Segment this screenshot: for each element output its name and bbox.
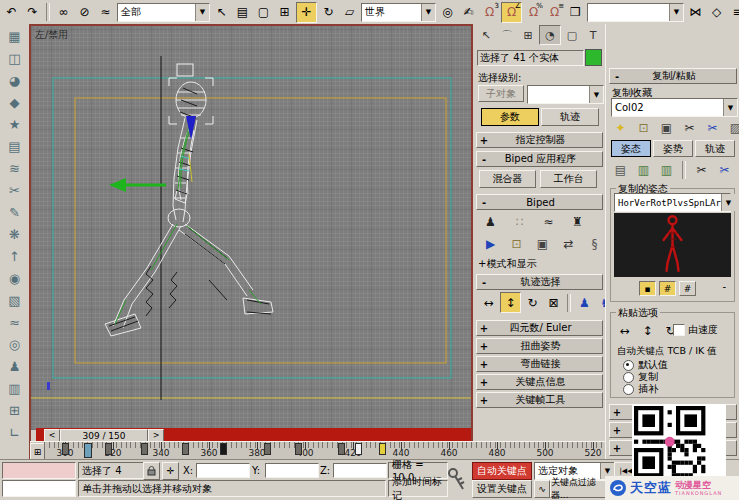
named-selection-sets-icon[interactable]: ❒: [566, 3, 585, 22]
select-move-icon[interactable]: ✛: [296, 2, 317, 23]
align-icon[interactable]: ◇: [707, 3, 726, 22]
key-filters-button[interactable]: 关键点过滤器...: [550, 480, 612, 498]
maxscript-listener-pink[interactable]: [2, 462, 76, 479]
mirror-icon[interactable]: ⋈: [686, 3, 705, 22]
keyframe-marker[interactable]: [379, 443, 386, 455]
set-key-button[interactable]: 设置关键点: [472, 480, 532, 498]
lock-box-icon[interactable]: ⊞: [4, 400, 26, 421]
box-icon[interactable]: ▤: [4, 136, 26, 157]
chevron-down-icon[interactable]: ▼: [195, 4, 209, 21]
keyframe-marker[interactable]: [338, 443, 345, 455]
copy-paste-rollout[interactable]: - 复制/粘贴: [609, 68, 737, 84]
motion-tab[interactable]: ◔: [539, 25, 561, 45]
undo-icon[interactable]: ↶: [2, 3, 21, 22]
preview-collapse[interactable]: -: [722, 281, 726, 292]
add-time-tag[interactable]: 添加时间标记: [388, 480, 448, 497]
modify-tab[interactable]: ⌒: [497, 26, 517, 44]
parameters-tab[interactable]: 参数: [481, 108, 539, 126]
keyframe-marker[interactable]: [264, 443, 271, 455]
rollout-弯曲链接[interactable]: +弯曲链接: [476, 356, 603, 372]
book-icon[interactable]: ▥: [4, 378, 26, 399]
x-coordinate-field[interactable]: [196, 463, 250, 478]
utilities-tab[interactable]: T: [583, 26, 603, 44]
biped-playback-icon[interactable]: ▶: [481, 234, 500, 253]
create-tab[interactable]: ↖: [476, 26, 496, 44]
radio-option-插补[interactable]: 插补: [623, 383, 732, 395]
bind-spacewarp-icon[interactable]: ≈: [96, 3, 115, 22]
selection-filter-dropdown[interactable]: 全部▼: [117, 3, 210, 22]
motion-flow-mode-icon[interactable]: ≈: [539, 212, 558, 231]
biped-figure-icon[interactable]: ♟: [4, 356, 26, 377]
rollout-扭曲姿势[interactable]: +扭曲姿势: [476, 338, 603, 354]
redo-icon[interactable]: ↷: [23, 3, 42, 22]
display-tab[interactable]: ▢: [562, 26, 582, 44]
ball-icon[interactable]: ◕: [4, 70, 26, 91]
preview-show-bones-button[interactable]: #: [659, 281, 676, 296]
select-object-icon[interactable]: ↖: [212, 3, 231, 22]
blocks-icon[interactable]: ▦: [4, 26, 26, 47]
chevron-down-icon[interactable]: ▼: [589, 86, 603, 103]
paste-horizontal-icon[interactable]: ↔: [615, 321, 634, 340]
snap-toggle-3d-icon[interactable]: Ω3: [480, 3, 499, 22]
radio-button[interactable]: [623, 360, 634, 371]
z-coordinate-field[interactable]: [333, 463, 387, 478]
biped-apps-rollout[interactable]: - Biped 应用程序: [476, 151, 603, 167]
body-rotation-icon[interactable]: ↻: [523, 293, 542, 312]
workbench-button[interactable]: 工作台: [540, 170, 597, 188]
mixer-mode-icon[interactable]: ♜: [568, 212, 587, 231]
save-collection-icon[interactable]: ▣: [657, 118, 676, 137]
subobject-button[interactable]: 子对象: [478, 85, 524, 102]
springs-icon[interactable]: ≋: [4, 158, 26, 179]
body-horizontal-icon[interactable]: ↔: [479, 293, 498, 312]
selection-lock-icon[interactable]: [143, 462, 160, 480]
keyframe-marker[interactable]: [84, 443, 92, 458]
symmetrical-tracks-icon[interactable]: ♟: [575, 293, 594, 312]
paste-pose-icon[interactable]: ▥: [634, 160, 653, 179]
auto-key-button[interactable]: 自动关键点: [472, 462, 532, 480]
gear-icon[interactable]: ❋: [4, 224, 26, 245]
use-pivot-center-icon[interactable]: ◎: [438, 3, 457, 22]
max-load-save-icon[interactable]: ▨: [726, 118, 739, 137]
load-file-icon[interactable]: ⊡: [507, 234, 526, 253]
convert-icon[interactable]: ⇄: [559, 234, 578, 253]
knife-icon[interactable]: ✂: [4, 180, 26, 201]
unlink-icon[interactable]: ⊘: [75, 3, 94, 22]
keyframe-marker[interactable]: [141, 443, 148, 455]
spinning-top-icon[interactable]: ◆: [4, 92, 26, 113]
collection-dropdown[interactable]: Col02 ▼: [611, 98, 738, 117]
select-manipulate-icon[interactable]: ✍: [459, 3, 478, 22]
trajectories-tab[interactable]: 轨迹: [541, 108, 599, 126]
weathervane-icon[interactable]: ↑: [4, 246, 26, 267]
time-slider-track[interactable]: < 309 / 150 >: [36, 428, 480, 442]
preview-show-object-button[interactable]: ▪: [639, 281, 656, 296]
camera-icon[interactable]: ◉: [4, 268, 26, 289]
keyframe-marker[interactable]: [182, 443, 189, 455]
body-vertical-icon[interactable]: ↕: [500, 292, 521, 313]
copy-pose-icon[interactable]: ▤: [611, 160, 630, 179]
footsteps-icon[interactable]: ∟: [4, 422, 26, 443]
chevron-down-icon[interactable]: ▼: [669, 4, 683, 21]
percent-snap-icon[interactable]: Ω%: [524, 3, 543, 22]
biped-rollout[interactable]: - Biped: [476, 194, 603, 210]
copied-pose-dropdown[interactable]: HorVerRotPlvsSpnLAr ▼: [614, 193, 731, 212]
maxscript-listener-white[interactable]: [2, 480, 76, 497]
footstep-mode-icon[interactable]: ∷: [510, 212, 529, 231]
shirt-icon[interactable]: ◫: [4, 48, 26, 69]
rollout-关键点信息[interactable]: +关键点信息: [476, 374, 603, 390]
star-icon[interactable]: ★: [4, 114, 26, 135]
keyboard-override-icon[interactable]: [447, 465, 467, 496]
angle-snap-icon[interactable]: Ω∠: [501, 2, 522, 23]
move-gizmo-x[interactable]: [109, 178, 166, 192]
object-color-swatch[interactable]: [585, 49, 602, 66]
named-sets-dropdown[interactable]: ▼: [587, 3, 684, 22]
ice-block-icon[interactable]: ▧: [4, 290, 26, 311]
layer-manager-icon[interactable]: ≡: [728, 3, 739, 22]
select-link-icon[interactable]: ∞: [54, 3, 73, 22]
mixer-button[interactable]: 混合器: [479, 170, 536, 188]
select-rotate-icon[interactable]: ↻: [319, 3, 338, 22]
chevron-down-icon[interactable]: ▼: [421, 4, 435, 21]
select-scale-icon[interactable]: ▱: [340, 3, 359, 22]
waves-icon[interactable]: ≈: [4, 312, 26, 333]
paste-vertical-icon[interactable]: ↕: [638, 321, 657, 340]
paste-pose-opposite-icon[interactable]: ▥: [657, 160, 676, 179]
